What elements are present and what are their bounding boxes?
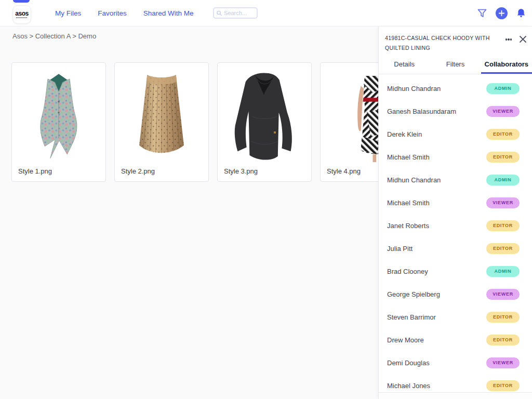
collaborator-row: Steven Barrimor EDITOR	[379, 305, 532, 328]
collaborator-name: Midhun Chandran	[387, 85, 441, 92]
asset-detail-panel: 41981C-CASUAL CHECK HOODY WITH QUILTED L…	[378, 26, 532, 399]
main-nav: My Files Favorites Shared With Me	[55, 9, 194, 17]
asos-logo-text: asos	[15, 11, 28, 17]
add-button[interactable]	[496, 7, 508, 19]
collaborator-row: Michael Smith VIEWER	[379, 191, 532, 214]
collaborator-name: Demi Douglas	[387, 359, 430, 367]
notifications-button[interactable]	[516, 8, 526, 18]
role-badge: EDITOR	[486, 312, 520, 323]
file-card-style-3[interactable]: Style 3.png	[217, 62, 312, 182]
collaborator-row: Julia Pitt EDITOR	[379, 237, 532, 260]
search-input[interactable]	[224, 10, 254, 16]
collaborator-row: Midhun Chandran ADMIN	[379, 77, 532, 100]
kebab-icon	[506, 38, 508, 41]
file-name: Style 2.png	[115, 163, 208, 181]
panel-footer	[379, 392, 532, 399]
close-icon	[519, 35, 527, 43]
tab-filters[interactable]: Filters	[430, 57, 481, 74]
collaborator-row: Janet Roberts EDITOR	[379, 214, 532, 237]
funnel-icon	[477, 9, 487, 18]
collaborator-row: Brad Clooney ADMIN	[379, 260, 532, 283]
role-badge: EDITOR	[486, 335, 520, 345]
close-panel-button[interactable]	[518, 34, 527, 44]
collaborator-row: Ganesh Balasundaram VIEWER	[379, 100, 532, 123]
nav-favorites[interactable]: Favorites	[98, 9, 127, 17]
collaborator-name: Ganesh Balasundaram	[387, 108, 456, 115]
plus-icon	[499, 10, 504, 16]
thumbnail-floral-vest	[12, 63, 105, 163]
bell-icon	[516, 8, 526, 18]
header-actions	[477, 0, 526, 26]
role-badge: EDITOR	[486, 380, 520, 391]
role-badge: EDITOR	[486, 220, 520, 231]
tab-collaborators[interactable]: Collaborators	[481, 57, 532, 74]
collaborator-name: Derek Klein	[387, 130, 422, 138]
role-badge: VIEWER	[486, 106, 520, 117]
thumbnail-gold-pleated-skirt	[115, 63, 208, 163]
search-icon	[217, 10, 222, 17]
collaborator-name: Steven Barrimor	[387, 313, 436, 321]
file-card-style-2[interactable]: Style 2.png	[114, 62, 209, 182]
filter-button[interactable]	[477, 9, 487, 18]
top-accent-pill	[13, 0, 30, 3]
collaborator-row: Derek Klein EDITOR	[379, 123, 532, 145]
collaborator-row: Michael Jones EDITOR	[379, 374, 532, 392]
collaborator-row: Drew Moore EDITOR	[379, 328, 532, 351]
asset-title: 41981C-CASUAL CHECK HOODY WITH QUILTED L…	[385, 33, 501, 53]
asos-logo[interactable]: asos	[12, 5, 31, 24]
app-header: asos My Files Favorites Shared With Me	[0, 0, 532, 26]
collaborator-name: Janet Roberts	[387, 222, 429, 230]
file-name: Style 3.png	[218, 163, 311, 181]
role-badge: VIEWER	[486, 197, 520, 208]
collaborator-row: Michael Smith EDITOR	[379, 145, 532, 168]
role-badge: ADMIN	[486, 266, 520, 277]
collaborator-name: Drew Moore	[387, 336, 424, 344]
collaborator-row: Midhun Chandran ADMIN	[379, 168, 532, 191]
collaborator-row: George Spielberg VIEWER	[379, 283, 532, 305]
role-badge: ADMIN	[486, 175, 520, 185]
role-badge: EDITOR	[486, 243, 520, 254]
panel-header: 41981C-CASUAL CHECK HOODY WITH QUILTED L…	[379, 26, 532, 57]
collaborator-name: Michael Jones	[387, 382, 430, 390]
role-badge: EDITOR	[486, 152, 520, 163]
collaborator-list[interactable]: Midhun Chandran ADMIN Ganesh Balasundara…	[379, 74, 532, 392]
collaborator-row: Demi Douglas VIEWER	[379, 351, 532, 374]
file-card-style-1[interactable]: Style 1.png	[11, 62, 106, 182]
collaborator-name: Brad Clooney	[387, 268, 428, 275]
nav-my-files[interactable]: My Files	[55, 9, 81, 17]
role-badge: ADMIN	[486, 83, 520, 94]
collaborator-name: Julia Pitt	[387, 245, 413, 252]
role-badge: EDITOR	[486, 129, 520, 140]
file-grid: Style 1.png	[11, 62, 415, 182]
role-badge: VIEWER	[486, 289, 520, 300]
breadcrumb[interactable]: Asos > Collection A > Demo	[12, 32, 96, 40]
asos-logo-subtext	[16, 17, 28, 18]
nav-shared-with-me[interactable]: Shared With Me	[143, 9, 194, 17]
collaborator-name: Midhun Chandran	[387, 176, 441, 184]
collaborator-name: George Spielberg	[387, 290, 440, 298]
more-options-button[interactable]	[505, 35, 512, 44]
role-badge: VIEWER	[486, 357, 520, 368]
collaborator-name: Michael Smith	[387, 153, 430, 161]
tab-details[interactable]: Details	[379, 57, 430, 74]
file-name: Style 1.png	[12, 163, 105, 181]
collaborator-name: Michael Smith	[387, 199, 430, 207]
thumbnail-black-sweater	[218, 63, 311, 163]
panel-tab-bar: Details Filters Collaborators	[379, 57, 532, 74]
search-box[interactable]	[213, 7, 258, 19]
